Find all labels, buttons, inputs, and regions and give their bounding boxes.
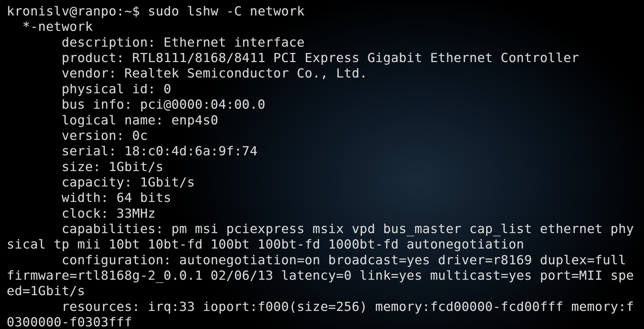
terminal-output[interactable]: kronislv@ranpo:~$ sudo lshw -C network *… xyxy=(0,0,644,329)
lshw-line: clock: 33MHz xyxy=(7,206,156,221)
prompt-line-1: kronislv@ranpo:~$ sudo lshw -C network xyxy=(7,4,305,18)
prompt-path: ~ xyxy=(124,4,132,18)
lshw-line: description: Ethernet interface xyxy=(7,35,305,50)
lshw-line: bus info: pci@0000:04:00.0 xyxy=(7,97,265,112)
lshw-line: size: 1Gbit/s xyxy=(7,159,164,174)
lshw-line: capacity: 1Gbit/s xyxy=(7,175,195,189)
lshw-line: configuration: autonegotiation=on broadc… xyxy=(7,253,634,298)
lshw-header: *-network xyxy=(7,19,93,34)
lshw-line: logical name: enp4s0 xyxy=(7,113,218,127)
prompt-sep: $ xyxy=(132,4,140,18)
lshw-line: width: 64 bits xyxy=(7,190,171,205)
lshw-line: product: RTL8111/8168/8411 PCI Express G… xyxy=(7,50,579,65)
lshw-line: serial: 18:c0:4d:6a:9f:74 xyxy=(7,144,258,158)
prompt-user-host: kronislv@ranpo xyxy=(7,4,116,18)
lshw-line: version: 0c xyxy=(7,128,148,143)
lshw-line: resources: irq:33 ioport:f000(size=256) … xyxy=(7,299,634,329)
command-text: sudo lshw -C network xyxy=(148,4,305,18)
lshw-line: vendor: Realtek Semiconductor Co., Ltd. xyxy=(7,66,367,80)
lshw-line: physical id: 0 xyxy=(7,81,171,96)
lshw-line: capabilities: pm msi pciexpress msix vpd… xyxy=(7,221,634,252)
